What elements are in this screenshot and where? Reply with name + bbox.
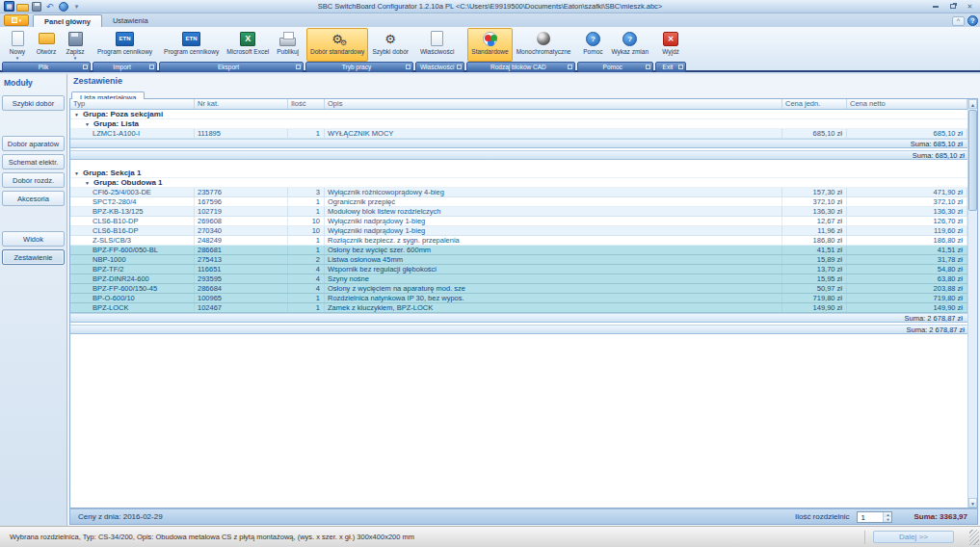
quick-access-more-icon[interactable]: ▾: [70, 1, 83, 13]
stepper-down-icon[interactable]: ▼: [884, 517, 891, 522]
table-row[interactable]: CFI6-25/4/003-DE2357763Wyłącznik różnico…: [70, 188, 967, 197]
table-row[interactable]: BPZ-KB-13/1251027191Modułowy blok listew…: [70, 207, 967, 217]
table-row[interactable]: BPZ-FP-600/150-452866844Osłony z wycięci…: [70, 284, 967, 294]
sidebar-item-schemat-elektr[interactable]: Schemat elektr.: [2, 154, 65, 169]
next-button[interactable]: Dalej >>: [873, 531, 954, 543]
column-header-ilo[interactable]: Ilość: [288, 99, 325, 109]
minimize-button[interactable]: [928, 2, 942, 12]
dialog-launcher-icon[interactable]: [83, 65, 88, 69]
sidebar-item-akcesoria[interactable]: Akcesoria: [2, 191, 65, 206]
dialog-launcher-icon[interactable]: [678, 65, 683, 69]
sidebar-item-dob-r-aparat-w[interactable]: Dobór aparatów: [2, 136, 65, 151]
table-row[interactable]: BPZ-TF/21166514Wspornik bez regulacji gł…: [70, 265, 967, 274]
rgb-disc: [483, 32, 497, 46]
collapse-arrow-icon[interactable]: ▼: [74, 112, 79, 117]
cell-nr-kat: 286684: [195, 284, 288, 293]
scroll-down-icon[interactable]: ▼: [968, 498, 977, 508]
quantity-stepper[interactable]: 1 ▲ ▼: [857, 511, 892, 523]
ribbon-button-zapisz[interactable]: Zapisz▾: [61, 28, 90, 62]
vertical-scrollbar[interactable]: ▲ ▼: [967, 99, 977, 508]
sidebar-item-szybki-dob-r[interactable]: Szybki dobór: [2, 95, 65, 111]
table-row[interactable]: BPZ-FP-600/050-BL2866811Osłony bez wycię…: [70, 246, 967, 255]
sidebar-item-widok[interactable]: Widok: [2, 231, 65, 247]
close-button[interactable]: ✕: [963, 2, 977, 12]
cell-opis: Szyny nośne: [325, 274, 782, 283]
dialog-launcher-icon[interactable]: [457, 65, 462, 69]
column-header-nr-kat[interactable]: Nr kat.: [195, 99, 288, 109]
ribbon-button-wyjd[interactable]: Wyjdź: [656, 28, 685, 62]
ribbon-button-szybki-dob-r[interactable]: Szybki dobór: [368, 28, 412, 62]
collapse-arrow-icon[interactable]: ▼: [85, 180, 90, 186]
cell-nr-kat: 286681: [195, 246, 288, 254]
table-row[interactable]: LZMC1-A100-I1118951WYŁĄCZNIK MOCY685,10 …: [70, 129, 967, 139]
ribbon-button-microsoft-excel[interactable]: Microsoft Excel: [223, 28, 273, 62]
ribbon-button-program-cennikowy[interactable]: Program cennikowy: [93, 28, 156, 62]
column-header-cena-jedn[interactable]: Cena jedn.: [782, 99, 847, 109]
scroll-up-icon[interactable]: ▲: [968, 99, 977, 109]
save-icon[interactable]: [30, 1, 42, 13]
help-icon[interactable]: ?: [967, 15, 978, 26]
collapse-arrow-icon[interactable]: ▼: [85, 121, 90, 127]
cell-nr-kat: 293595: [195, 274, 288, 283]
table-row[interactable]: CLS6-B10-DP26960810Wyłączniki nadprądowy…: [70, 217, 967, 226]
table-row[interactable]: BP-O-600/101009651Rozdzielnica natynkowa…: [70, 294, 967, 303]
quantity-value[interactable]: 1: [858, 512, 883, 522]
group-row[interactable]: ▼Grupa: Poza sekcjami: [70, 110, 967, 119]
cell-cena-jedn: 157,30 zł: [782, 188, 847, 196]
sidebar-item-dob-r-rozdz[interactable]: Dobór rozdz.: [2, 172, 65, 188]
group-label: Grupa: Sekcja 1: [83, 169, 141, 177]
collapse-ribbon-icon[interactable]: ^: [952, 16, 965, 26]
ribbon-button-wykaz-zmian[interactable]: Wykaz zmian: [607, 28, 652, 62]
group-row[interactable]: ▼Grupa: Sekcja 1: [70, 169, 967, 178]
ribbon-tab-row: ▾ Panel główny Ustawienia ^ ?: [0, 13, 980, 27]
table-row[interactable]: Z-SLS/CB/32482491Rozłącznik bezpiecz. z …: [70, 236, 967, 246]
ribbon-button-publikuj[interactable]: Publikuj: [273, 28, 303, 62]
ribbon-button-monochromatyczne[interactable]: Monochromatyczne: [513, 28, 575, 62]
cell-ilosc: 3: [288, 188, 325, 196]
dialog-launcher-icon[interactable]: [296, 65, 301, 69]
restore-button[interactable]: [945, 2, 960, 12]
ribbon-group-caption: Właściwości: [415, 62, 464, 72]
table-row[interactable]: BPZ-DINR24-6002935954Szyny nośne15,95 zł…: [70, 274, 967, 284]
table-row[interactable]: BPZ-LOCK1024671Zamek z kluczykiem, BPZ-L…: [70, 303, 967, 313]
refresh-globe-icon[interactable]: [57, 1, 69, 13]
ribbon-button-program-cennikowy[interactable]: Program cennikowy: [160, 28, 223, 62]
ribbon-button-standardowe[interactable]: Standardowe: [467, 28, 512, 62]
dialog-launcher-icon[interactable]: [149, 65, 154, 69]
ribbon-button-label: Szybki dobór: [372, 48, 409, 56]
exit-icon: [661, 30, 680, 47]
ribbon-group-caption: Tryb pracy: [305, 62, 413, 72]
ribbon-button-otw-rz[interactable]: Otwórz: [32, 28, 61, 62]
group-row[interactable]: ▼Grupa: Lista: [70, 119, 967, 129]
cell-opis: Osłony z wycięciem na aparaturę mod. sze: [325, 284, 782, 293]
group-row[interactable]: ▼Grupa: Obudowa 1: [70, 178, 967, 188]
cell-cena-jedn: 13,70 zł: [782, 265, 847, 274]
ribbon-button-pomoc[interactable]: Pomoc: [578, 28, 607, 62]
column-header-cena-netto[interactable]: Cena netto: [847, 99, 967, 109]
sidebar-item-zestawienie[interactable]: Zestawienie: [2, 249, 65, 265]
tab-ustawienia[interactable]: Ustawienia: [102, 14, 159, 27]
dialog-launcher-icon[interactable]: [568, 65, 572, 69]
scrollbar-thumb[interactable]: [968, 110, 977, 211]
cell-cena-netto: 41,51 zł: [847, 246, 967, 254]
resize-grip-icon[interactable]: [969, 530, 979, 545]
undo-icon[interactable]: ↶: [43, 1, 56, 13]
dialog-launcher-icon[interactable]: [406, 65, 411, 69]
cell-cena-netto: 54,80 zł: [847, 265, 967, 274]
table-row[interactable]: NBP-10002754132Listwa osłonowa 45mm15,89…: [70, 255, 967, 265]
open-icon[interactable]: [16, 1, 29, 13]
ribbon-button-w-a-ciwo-ci[interactable]: Właściwości: [416, 28, 458, 62]
table-row[interactable]: SPCT2-280/41675961Ogranicznik przepięć37…: [70, 197, 967, 207]
column-header-typ[interactable]: Typ: [70, 99, 195, 109]
sum-row: Suma: 2 678,87 zł: [70, 325, 967, 334]
tab-panel-glowny[interactable]: Panel główny: [33, 14, 102, 27]
ribbon-button-dob-r-standardowy[interactable]: Dobór standardowy: [306, 28, 368, 62]
collapse-arrow-icon[interactable]: ▼: [74, 170, 79, 176]
dialog-launcher-icon[interactable]: [646, 65, 650, 69]
document-tab-strip: Lista materiałowa: [69, 87, 978, 99]
column-header-opis[interactable]: Opis: [325, 99, 782, 109]
ribbon-button-label: Monochromatyczne: [516, 48, 571, 56]
table-row[interactable]: CLS6-B16-DP27034010Wyłączniki nadprądowy…: [70, 226, 967, 236]
application-orb-button[interactable]: ▾: [4, 14, 29, 26]
ribbon-button-nowy[interactable]: Nowy▾: [3, 28, 32, 62]
